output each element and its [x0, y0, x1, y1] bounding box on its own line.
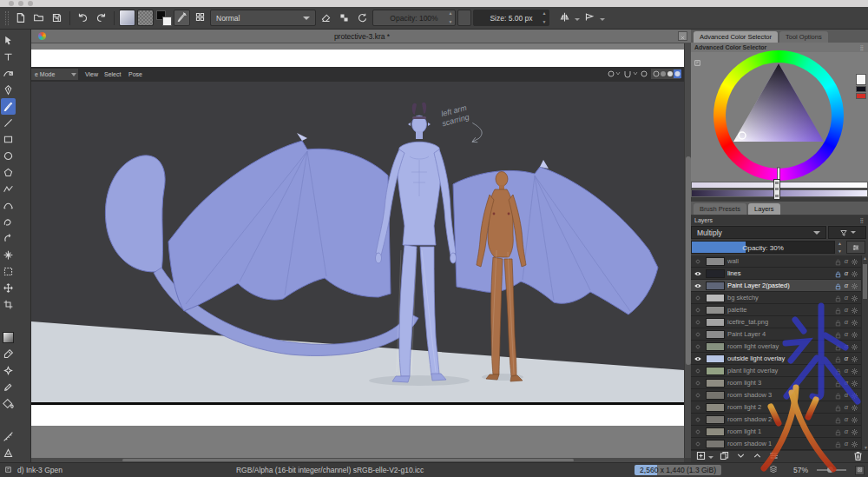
layer-thumbnail[interactable]: [706, 269, 725, 278]
alpha-lock-icon[interactable]: α: [845, 367, 848, 374]
fill-tool[interactable]: [1, 395, 16, 412]
layer-thumbnail[interactable]: [706, 403, 725, 412]
layer-thumbnail[interactable]: [706, 427, 725, 436]
freehand-path-tool[interactable]: [1, 214, 16, 230]
transform-tool[interactable]: [1, 263, 16, 280]
layer-name[interactable]: wall: [727, 257, 832, 265]
brush-presets-button[interactable]: [192, 10, 208, 26]
visibility-off-icon[interactable]: [693, 318, 703, 327]
wrap-around-button[interactable]: [582, 10, 598, 26]
layer-name[interactable]: lines: [727, 269, 832, 277]
layer-opacity-slider[interactable]: Opacity: 30%: [691, 241, 835, 254]
toolbar-grip[interactable]: [5, 11, 9, 25]
layer-thumbnail[interactable]: [706, 367, 725, 375]
layer-name[interactable]: Paint Layer 2(pasted): [727, 282, 832, 289]
brush-opacity-spinbox[interactable]: Opacity: 100%▲▼: [372, 10, 456, 26]
layer-blending-mode-dropdown[interactable]: Multiply: [691, 226, 826, 239]
multibrush-tool[interactable]: [1, 247, 16, 263]
tab-advanced-color-selector[interactable]: Advanced Color Selector: [694, 31, 778, 43]
visibility-off-icon[interactable]: [693, 330, 703, 339]
layer-name[interactable]: room light 2: [727, 403, 832, 411]
image-dimensions-badge[interactable]: 2,560 x 1,440 (1.3 GiB): [635, 465, 721, 475]
redo-button[interactable]: [93, 10, 109, 26]
advanced-color-selector[interactable]: [691, 52, 868, 182]
rectangle-tool[interactable]: [1, 131, 16, 148]
chevron-down-icon[interactable]: [600, 18, 605, 23]
hue-ring[interactable]: [713, 50, 844, 181]
alpha-lock-icon[interactable]: α: [845, 354, 848, 362]
layer-name[interactable]: outside light overlay: [727, 354, 832, 362]
lock-icon[interactable]: [834, 436, 842, 451]
visibility-off-icon[interactable]: [693, 379, 703, 388]
tab-brush-presets[interactable]: Brush Presets: [694, 203, 746, 215]
selector-settings-icon[interactable]: [694, 55, 701, 70]
opacity-spinner[interactable]: ▲▼: [836, 241, 844, 254]
close-document-button[interactable]: [678, 31, 687, 41]
layer-name[interactable]: palette: [727, 306, 832, 314]
sv-triangle[interactable]: [713, 50, 844, 181]
blending-mode-dropdown[interactable]: Normal: [210, 10, 316, 26]
tab-layers[interactable]: Layers: [748, 203, 780, 215]
alpha-lock-icon[interactable]: α: [845, 440, 848, 447]
layer-view-properties-button[interactable]: [846, 241, 865, 254]
crop-tool[interactable]: [1, 296, 16, 313]
freehand-brush-tool[interactable]: [1, 98, 16, 115]
visibility-off-icon[interactable]: [693, 294, 703, 302]
visibility-off-icon[interactable]: [693, 391, 703, 400]
last-color-swatch[interactable]: [856, 93, 866, 99]
visibility-off-icon[interactable]: [693, 367, 703, 375]
close-window-button[interactable]: [9, 1, 14, 6]
spinner-arrows[interactable]: ▲▼: [447, 11, 454, 24]
gradient-chooser-button[interactable]: [119, 10, 135, 26]
layer-name[interactable]: room light 1: [727, 427, 832, 435]
reload-preset-button[interactable]: [354, 10, 371, 26]
layer-filter-button[interactable]: [828, 226, 866, 239]
chevron-down-icon[interactable]: [708, 456, 713, 461]
visibility-on-icon[interactable]: [693, 269, 703, 278]
visibility-off-icon[interactable]: [693, 403, 703, 412]
layer-thumbnail[interactable]: [706, 318, 725, 327]
alpha-lock-icon[interactable]: α: [845, 427, 848, 435]
layers-docker-titlebar[interactable]: Layers⣿: [691, 215, 868, 225]
spinner-arrows[interactable]: ▲▼: [541, 11, 548, 24]
layer-thumbnail[interactable]: [706, 342, 725, 351]
scrollbar-thumb[interactable]: [122, 459, 574, 461]
mirror-horizontal-button[interactable]: [556, 10, 573, 26]
foreground-background-colors[interactable]: [155, 10, 172, 26]
calligraphy-tool[interactable]: [1, 82, 16, 98]
alpha-lock-icon[interactable]: α: [845, 403, 848, 411]
minimize-window-button[interactable]: [18, 1, 23, 6]
layer-thumbnail[interactable]: [706, 294, 725, 302]
layer-name[interactable]: plant light overlay: [727, 367, 832, 374]
alpha-lock-icon[interactable]: α: [845, 415, 848, 423]
document-tab-title[interactable]: protective-3.kra *: [46, 32, 678, 41]
layer-name[interactable]: Paint Layer 4: [727, 330, 832, 338]
alpha-lock-icon[interactable]: α: [845, 306, 848, 314]
measure-tool[interactable]: [1, 428, 16, 445]
visibility-off-icon[interactable]: [693, 257, 703, 266]
layer-thumbnail[interactable]: [706, 306, 725, 315]
zoom-slider[interactable]: [817, 469, 846, 471]
layer-thumbnail[interactable]: [706, 354, 725, 363]
alpha-lock-icon[interactable]: α: [845, 269, 848, 277]
layer-thumbnail[interactable]: [706, 415, 725, 424]
visibility-off-icon[interactable]: [693, 415, 703, 424]
eraser-mode-button[interactable]: [318, 10, 334, 26]
alpha-lock-icon[interactable]: α: [845, 294, 848, 301]
fit-page-button[interactable]: [855, 466, 865, 475]
layer-thumbnail[interactable]: [706, 379, 725, 388]
line-tool[interactable]: [1, 115, 16, 131]
bezier-curve-tool[interactable]: [1, 197, 16, 214]
dynamic-brush-tool[interactable]: [1, 230, 16, 247]
alpha-lock-icon[interactable]: α: [845, 391, 848, 399]
assistants-tool[interactable]: [1, 445, 16, 461]
alpha-lock-icon[interactable]: α: [845, 342, 848, 350]
layer-thumbnail[interactable]: [706, 440, 725, 448]
alpha-lock-icon[interactable]: α: [845, 330, 848, 338]
ellipse-tool[interactable]: [1, 148, 16, 164]
save-button[interactable]: [49, 10, 65, 26]
gradient-tool[interactable]: [1, 329, 16, 346]
edit-shapes-tool[interactable]: [1, 65, 16, 82]
layer-thumbnail[interactable]: [706, 257, 725, 266]
layer-thumbnail[interactable]: [706, 391, 725, 400]
